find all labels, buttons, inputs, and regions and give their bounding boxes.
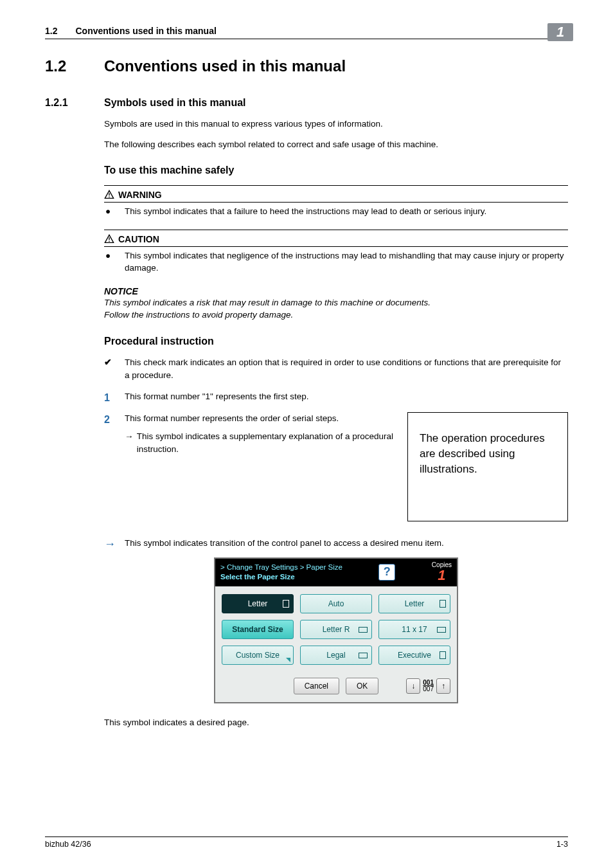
step-text-2: This format number represents the order … [125,412,395,428]
step-number-1: 1 [104,390,125,406]
cancel-button[interactable]: Cancel [294,678,339,694]
warning-text: This symbol indicates that a failure to … [125,205,568,218]
panel-option-letter-portrait[interactable]: Letter [222,594,294,613]
copies-value: 1 [432,568,452,583]
panel-option-11x17[interactable]: 11 x 17 [378,620,450,639]
header-section-title: Conventions used in this manual [75,26,568,36]
chapter-badge: 1 [547,23,573,41]
transition-text: This symbol indicates transition of the … [125,538,444,548]
header-section-number: 1.2 [45,26,57,36]
notice-line-2: Follow the instructions to avoid propert… [104,309,568,321]
step-number-2: 2 [104,412,125,428]
caution-text: This symbol indicates that negligence of… [125,249,568,275]
checkmark-text: This check mark indicates an option that… [125,356,568,381]
panel-option-letter-portrait-2[interactable]: Letter [378,594,450,613]
h2-number: 1.2.1 [45,97,104,109]
desired-page-text: This symbol indicates a desired page. [104,716,568,729]
page-indicator: 001 007 [423,680,434,692]
notice-label: NOTICE [104,286,568,296]
panel-option-auto[interactable]: Auto [300,594,372,613]
step-2-sub: This symbol indicates a supplementary ex… [137,430,395,455]
intro-para-1: Symbols are used in this manual to expre… [104,118,568,131]
warning-triangle-icon [104,190,114,200]
intro-para-2: The following describes each symbol rela… [104,138,568,151]
svg-point-3 [109,240,110,242]
step-text-1: This format number "1" represents the fi… [125,390,568,406]
bullet-icon: ● [104,249,125,275]
caution-block: CAUTION ● This symbol indicates that neg… [104,230,568,275]
control-panel-screenshot: > Change Tray Settings > Paper Size Sele… [214,557,458,703]
help-icon[interactable]: ? [378,564,395,581]
warning-label: WARNING [118,190,162,200]
panel-option-executive[interactable]: Executive [378,646,450,665]
arrow-right-icon: → [104,538,125,550]
ok-button[interactable]: OK [346,678,378,694]
h2-title: Symbols used in this manual [104,97,246,109]
arrow-right-icon: → [125,430,137,455]
procedural-heading: Procedural instruction [104,336,568,347]
h1-title: Conventions used in this manual [104,57,346,75]
h1-number: 1.2 [45,57,104,75]
illustration-note-box: The operation procedures are described u… [407,412,568,521]
panel-option-legal[interactable]: Legal [300,646,372,665]
panel-option-custom-size[interactable]: Custom Size [222,646,294,665]
page-up-button[interactable]: ↑ [436,678,450,694]
panel-option-standard-size[interactable]: Standard Size [222,620,294,639]
bullet-icon: ● [104,205,125,218]
panel-breadcrumb: > Change Tray Settings > Paper Size [220,563,342,572]
illustration-note-text: The operation procedures are described u… [420,432,545,475]
footer-product: bizhub 42/36 [45,840,91,849]
panel-instruction: Select the Paper Size [220,572,342,581]
caution-triangle-icon [104,234,114,244]
notice-line-1: This symbol indicates a risk that may re… [104,296,568,309]
page-down-button[interactable]: ↓ [406,678,420,694]
footer-page: 1-3 [556,840,568,849]
checkmark-icon: ✔ [104,356,125,381]
caution-label: CAUTION [118,234,159,244]
safely-heading: To use this machine safely [104,165,568,176]
panel-option-letter-r[interactable]: Letter R [300,620,372,639]
warning-block: WARNING ● This symbol indicates that a f… [104,185,568,218]
svg-point-1 [109,197,110,198]
